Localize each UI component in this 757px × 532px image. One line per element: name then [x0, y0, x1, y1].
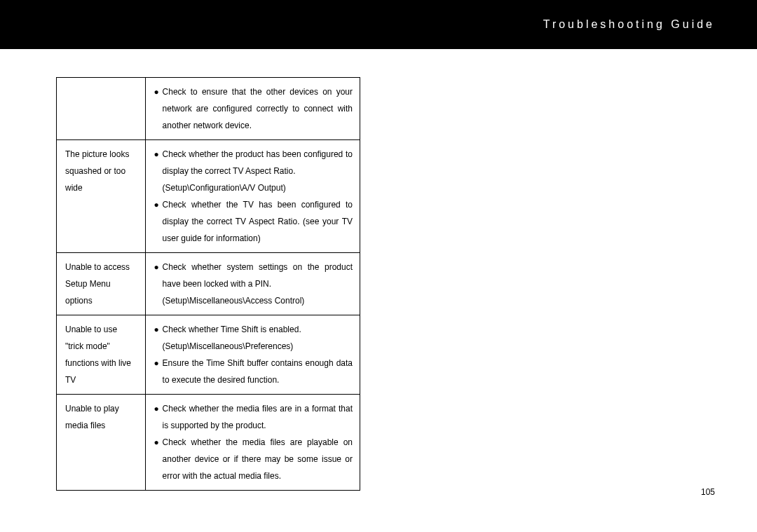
solution-item: ● Check whether the product has been con…	[154, 146, 353, 179]
solution-text: Ensure the Time Shift buffer contains en…	[163, 355, 353, 388]
solution-item: ● Check whether system settings on the p…	[154, 259, 353, 292]
content-area: ● Check to ensure that the other devices…	[0, 49, 757, 491]
problem-text: The picture looks squashed or too wide	[65, 149, 129, 193]
problem-text: Unable to use "trick mode" functions wit…	[65, 325, 131, 385]
solution-text: Check whether Time Shift is enabled.	[163, 321, 353, 338]
table-row: Unable to play media files ● Check wheth…	[57, 395, 360, 491]
solution-item: ● Check to ensure that the other devices…	[154, 83, 353, 134]
table-row: The picture looks squashed or too wide ●…	[57, 140, 360, 253]
troubleshooting-table: ● Check to ensure that the other devices…	[56, 77, 360, 491]
solution-item: ● Check whether Time Shift is enabled.	[154, 321, 353, 338]
solution-text: Check whether the media files are playab…	[163, 434, 353, 484]
header-bar: Troubleshooting Guide	[0, 0, 757, 49]
table-row: ● Check to ensure that the other devices…	[57, 78, 360, 140]
problem-cell: Unable to use "trick mode" functions wit…	[57, 315, 146, 395]
problem-cell: The picture looks squashed or too wide	[57, 140, 146, 253]
table-row: Unable to access Setup Menu options ● Ch…	[57, 253, 360, 315]
solution-cell: ● Check whether Time Shift is enabled. (…	[145, 315, 360, 395]
problem-cell: Unable to play media files	[57, 395, 146, 491]
solution-path: (Setup\Configuration\A/V Output)	[154, 179, 353, 196]
solution-text: Check whether the media files are in a f…	[163, 400, 353, 434]
bullet-icon: ●	[154, 321, 163, 338]
solution-cell: ● Check to ensure that the other devices…	[145, 78, 360, 140]
solution-path: (Setup\Miscellaneous\Access Control)	[154, 292, 353, 309]
solution-item: ● Check whether the TV has been configur…	[154, 196, 353, 247]
solution-item: ● Check whether the media files are play…	[154, 434, 353, 484]
solution-cell: ● Check whether system settings on the p…	[145, 253, 360, 315]
page-number: 105	[701, 487, 715, 497]
table-body: ● Check to ensure that the other devices…	[57, 78, 360, 491]
bullet-icon: ●	[154, 83, 163, 100]
bullet-icon: ●	[154, 434, 163, 451]
bullet-icon: ●	[154, 400, 163, 417]
problem-cell: Unable to access Setup Menu options	[57, 253, 146, 315]
solution-text: Check whether the product has been confi…	[163, 146, 353, 179]
solution-cell: ● Check whether the product has been con…	[145, 140, 360, 253]
problem-text: Unable to access Setup Menu options	[65, 262, 130, 306]
table-row: Unable to use "trick mode" functions wit…	[57, 315, 360, 395]
solution-text: Check to ensure that the other devices o…	[163, 83, 353, 134]
bullet-icon: ●	[154, 196, 163, 213]
solution-cell: ● Check whether the media files are in a…	[145, 395, 360, 491]
bullet-icon: ●	[154, 355, 163, 371]
solution-item: ● Check whether the media files are in a…	[154, 400, 353, 434]
page-title: Troubleshooting Guide	[543, 18, 715, 31]
solution-text: Check whether the TV has been configured…	[163, 196, 353, 247]
bullet-icon: ●	[154, 259, 163, 275]
problem-text: Unable to play media files	[65, 404, 119, 430]
solution-path: (Setup\Miscellaneous\Preferences)	[154, 338, 353, 355]
bullet-icon: ●	[154, 146, 163, 163]
solution-text: Check whether system settings on the pro…	[163, 259, 353, 292]
solution-item: ● Ensure the Time Shift buffer contains …	[154, 355, 353, 388]
problem-cell	[57, 78, 146, 140]
